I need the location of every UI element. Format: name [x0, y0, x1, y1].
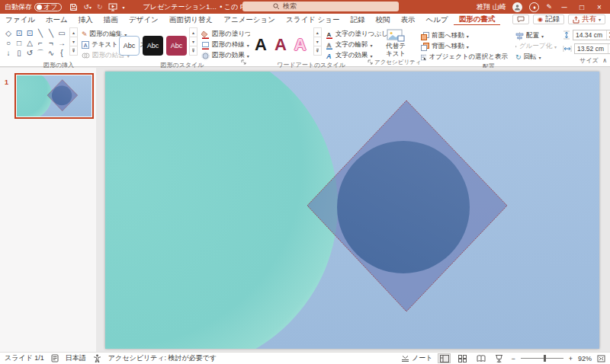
collapse-ribbon-icon[interactable]: ∧	[602, 57, 607, 64]
gallery-more-button[interactable]: ▾	[189, 46, 197, 56]
selection-pane-button[interactable]: オブジェクトの選択と表示	[419, 52, 509, 62]
accessibility-person-icon[interactable]	[93, 354, 101, 362]
avatar[interactable]	[512, 2, 522, 12]
shape-icon[interactable]: ↺	[27, 49, 33, 57]
tab-transitions[interactable]: 画面切り替え	[164, 14, 218, 25]
tab-draw[interactable]: 描画	[98, 14, 124, 25]
notes-button[interactable]: ノート	[401, 353, 432, 363]
send-backward-icon	[421, 43, 429, 51]
tab-design[interactable]: デザイン	[124, 14, 164, 25]
align-button[interactable]: 配置 ▾	[514, 30, 558, 41]
fit-slide-to-window-icon[interactable]	[597, 355, 605, 362]
shape-icon[interactable]: ╲	[49, 29, 53, 37]
save-icon[interactable]	[69, 3, 78, 11]
shape-width-input[interactable]: 13.52 cm ▴▾	[574, 43, 610, 54]
record-dot-icon: ◉	[538, 16, 543, 23]
dialog-launcher-icon[interactable]	[368, 59, 373, 65]
chevron-down-icon: ▾	[370, 53, 372, 59]
slide-editing-surface[interactable]	[105, 72, 599, 349]
zoom-level[interactable]: 92%	[578, 355, 592, 362]
shape-icon[interactable]: ¬	[49, 39, 53, 47]
shape-style-chip[interactable]: Abc	[166, 36, 187, 56]
tab-file[interactable]: ファイル	[0, 14, 40, 25]
shape-height-input[interactable]: 14.34 cm ▴▾	[573, 30, 610, 40]
language-status[interactable]: 日本語	[66, 353, 86, 363]
shape-icon[interactable]: ↓	[7, 49, 11, 57]
record-button[interactable]: ◉ 記録	[533, 14, 564, 24]
tab-insert[interactable]: 挿入	[73, 14, 98, 25]
redo-icon[interactable]: ↻	[97, 3, 103, 11]
editing-mode-icon[interactable]: ✎	[546, 3, 552, 11]
minimize-button[interactable]: ─	[559, 3, 570, 11]
slideshow-view-button[interactable]	[493, 353, 506, 363]
gallery-more-button[interactable]: ▾	[69, 46, 78, 56]
rotate-button[interactable]: ↻ 回転 ▾	[514, 52, 558, 62]
shape-style-chip[interactable]: Abc	[119, 36, 140, 56]
shape-icon[interactable]: ◇	[5, 29, 11, 37]
shape-icon[interactable]: ▭	[58, 29, 65, 37]
record-label: 記録	[545, 14, 560, 24]
slide-sorter-icon	[458, 355, 467, 362]
reading-view-button[interactable]	[474, 353, 487, 363]
zoom-slider-handle[interactable]	[544, 355, 546, 362]
close-button[interactable]: ×	[594, 3, 605, 11]
wordart-sample[interactable]: A	[255, 34, 267, 56]
slide-thumbnail[interactable]	[14, 73, 94, 119]
slide-indicator: スライド 1/1	[5, 353, 44, 363]
title-bar: 自動保存 オフ ↺▾ ↻ ▾ プレゼンテーション1… • この PC に保存済み…	[0, 0, 610, 14]
alt-text-button[interactable]: 代替テ キスト	[382, 27, 409, 59]
shape-icon[interactable]: △	[27, 39, 33, 47]
zoom-slider[interactable]	[521, 358, 563, 359]
dialog-launcher-icon[interactable]	[241, 59, 246, 65]
shape-style-chip[interactable]: Abc	[143, 36, 163, 56]
customize-qat-icon[interactable]: ▾	[123, 5, 125, 10]
teal-circle-shape[interactable]	[105, 72, 338, 349]
shape-icon[interactable]: →	[58, 39, 66, 47]
autosave-toggle[interactable]: 自動保存 オフ	[5, 2, 62, 12]
zoom-in-button[interactable]: +	[569, 355, 573, 362]
tab-record[interactable]: 記録	[345, 14, 371, 25]
shape-gallery[interactable]: ◇ ⊡ ⊡ ╲ ╲ ▭ ○ □ △ ⌐ ¬ → ↓ ▯ ↺ ⌒ ∿ {	[3, 28, 67, 61]
tab-review[interactable]: 校閲	[371, 14, 396, 25]
shape-icon[interactable]: ⌒	[37, 48, 44, 59]
undo-button[interactable]: ↺▾	[83, 3, 92, 11]
tab-slideshow[interactable]: スライド ショー	[281, 14, 345, 25]
present-from-beginning-icon[interactable]	[108, 3, 117, 11]
gallery-more-button[interactable]: ▾	[313, 46, 322, 56]
shape-icon[interactable]: ○	[6, 39, 11, 47]
share-button[interactable]: 共有 ▾	[568, 14, 605, 24]
wordart-sample[interactable]: A	[294, 34, 307, 56]
chevron-down-icon: ▾	[467, 44, 469, 49]
shape-icon[interactable]: ⌐	[38, 39, 43, 47]
slide-sorter-view-button[interactable]	[456, 353, 469, 363]
accessibility-status[interactable]: アクセシビリティ: 検討が必要です	[108, 353, 217, 363]
search-input[interactable]: 検索	[242, 2, 399, 11]
tab-shape-format[interactable]: 図形の書式	[454, 13, 501, 26]
workspace: 1	[0, 68, 610, 352]
ribbon-tabs: ファイル ホーム 挿入 描画 デザイン 画面切り替え アニメーション スライド …	[0, 14, 610, 25]
shape-icon[interactable]: ⊡	[16, 29, 22, 37]
shape-height-icon	[563, 30, 570, 40]
shape-icon[interactable]: ∿	[48, 49, 54, 57]
send-backward-button[interactable]: 背面へ移動 ▾	[419, 41, 509, 52]
tab-view[interactable]: 表示	[396, 14, 421, 25]
wordart-sample[interactable]: A	[274, 34, 287, 56]
shape-icon[interactable]: ▯	[17, 49, 21, 57]
maximize-button[interactable]: □	[576, 3, 587, 11]
comments-button[interactable]	[512, 14, 529, 24]
tab-animations[interactable]: アニメーション	[218, 14, 281, 25]
shape-icon[interactable]: ⊡	[27, 29, 33, 37]
shape-icon[interactable]: {	[60, 49, 63, 57]
shape-icon[interactable]: □	[17, 39, 21, 47]
search-icon	[273, 3, 280, 10]
tab-home[interactable]: ホーム	[40, 14, 73, 25]
bring-forward-button[interactable]: 前面へ移動 ▾	[419, 30, 509, 41]
tab-help[interactable]: ヘルプ	[421, 14, 454, 25]
zoom-out-button[interactable]: −	[511, 355, 515, 362]
shape-icon[interactable]: ╲	[38, 29, 43, 37]
shape-width-icon	[563, 45, 572, 53]
proofing-status-icon[interactable]	[51, 354, 59, 362]
premium-badge-icon[interactable]: ♦	[529, 2, 539, 12]
outline-pen-icon	[201, 41, 210, 49]
normal-view-button[interactable]	[438, 353, 451, 363]
